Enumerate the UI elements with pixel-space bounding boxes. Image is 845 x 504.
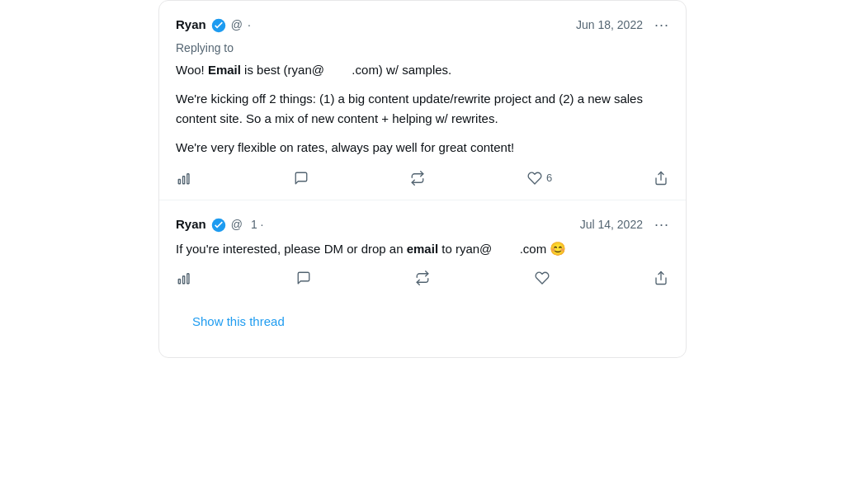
tweet-1-para1: Woo! Email is best (ryan@ .com) w/ sampl…: [176, 60, 669, 79]
tweet-1: Ryan @ · Jun 18, 2022 ··· Replying to Wo…: [159, 1, 686, 200]
tweet-2: Ryan @ 1 · Jul 14, 2022 ··· If you're in…: [159, 200, 686, 299]
comment-icon: [293, 170, 309, 186]
tweet-1-actions: 6: [176, 167, 669, 193]
retweet-icon-2: [414, 270, 431, 286]
retweet-icon: [409, 170, 426, 186]
tweet-1-author: Ryan: [176, 16, 206, 35]
tweet-1-rest1: is best (ryan@ .com) w/ samples.: [241, 63, 451, 77]
tweet-1-header: Ryan @ · Jun 18, 2022 ···: [176, 14, 669, 36]
tweet-2-domain: .com: [492, 242, 550, 256]
comment-icon-2: [295, 270, 312, 286]
tweet-1-replying-to: Replying to: [176, 40, 669, 57]
svg-rect-7: [183, 276, 185, 284]
tweet-2-emoji: 😊: [550, 242, 566, 256]
share-icon: [653, 170, 669, 186]
tweet-2-body: If you're interested, please DM or drop …: [176, 239, 669, 260]
show-thread-container: Show this thread: [159, 299, 686, 358]
tweet-2-author: Ryan: [176, 215, 206, 234]
tweet-2-pre: If you're interested, please DM or drop …: [176, 242, 407, 256]
verified-icon-2: [211, 218, 226, 233]
tweet-1-stats[interactable]: [176, 170, 192, 186]
tweet-2-verified-badge: [211, 218, 226, 233]
like-icon: [526, 170, 543, 186]
tweet-2-retweet[interactable]: [414, 270, 431, 286]
svg-rect-3: [187, 174, 189, 184]
tweet-1-verified-badge: [211, 18, 226, 33]
tweet-1-body: Woo! Email is best (ryan@ .com) w/ sampl…: [176, 60, 669, 157]
tweet-1-retweet[interactable]: [409, 170, 426, 186]
tweet-1-like[interactable]: 6: [526, 170, 552, 186]
tweet-1-comment[interactable]: [293, 170, 309, 186]
svg-rect-6: [178, 279, 180, 283]
show-thread-link[interactable]: Show this thread: [176, 299, 301, 345]
tweet-1-para3: We're very flexible on rates, always pay…: [176, 138, 669, 157]
dot-sep-2: 1 ·: [251, 216, 264, 233]
tweet-2-like[interactable]: [534, 270, 550, 286]
svg-rect-2: [183, 177, 185, 184]
share-icon-2: [653, 270, 669, 286]
tweet-2-post: to ryan@: [438, 242, 492, 256]
tweet-2-at: @: [231, 216, 243, 233]
tweet-1-woo: Woo!: [176, 63, 208, 77]
tweet-1-at: @: [231, 16, 243, 34]
tweet-1-email-bold: Email: [208, 63, 241, 77]
tweet-2-date: Jul 14, 2022: [580, 216, 643, 233]
svg-rect-8: [187, 274, 189, 284]
tweet-2-more-options[interactable]: ···: [654, 214, 669, 236]
tweet-2-header: Ryan @ 1 · Jul 14, 2022 ···: [176, 214, 669, 236]
verified-icon: [211, 18, 226, 33]
tweet-2-comment[interactable]: [295, 270, 312, 286]
tweet-2-email-bold: email: [407, 242, 438, 256]
tweet-1-like-count: 6: [546, 170, 552, 186]
tweet-2-actions: [176, 266, 669, 293]
svg-rect-1: [178, 180, 180, 184]
tweet-container: Ryan @ · Jun 18, 2022 ··· Replying to Wo…: [158, 0, 687, 358]
tweet-1-share[interactable]: [653, 170, 669, 186]
stats-icon: [176, 170, 192, 186]
dot-sep-1: ·: [248, 16, 251, 34]
stats-icon-2: [176, 270, 192, 286]
tweet-2-stats[interactable]: [176, 270, 192, 286]
tweet-1-para2: We're kicking off 2 things: (1) a big co…: [176, 89, 669, 128]
tweet-2-share[interactable]: [653, 270, 669, 286]
tweet-1-more-options[interactable]: ···: [654, 14, 669, 36]
like-icon-2: [534, 270, 550, 286]
tweet-1-date: Jun 18, 2022: [576, 16, 643, 34]
